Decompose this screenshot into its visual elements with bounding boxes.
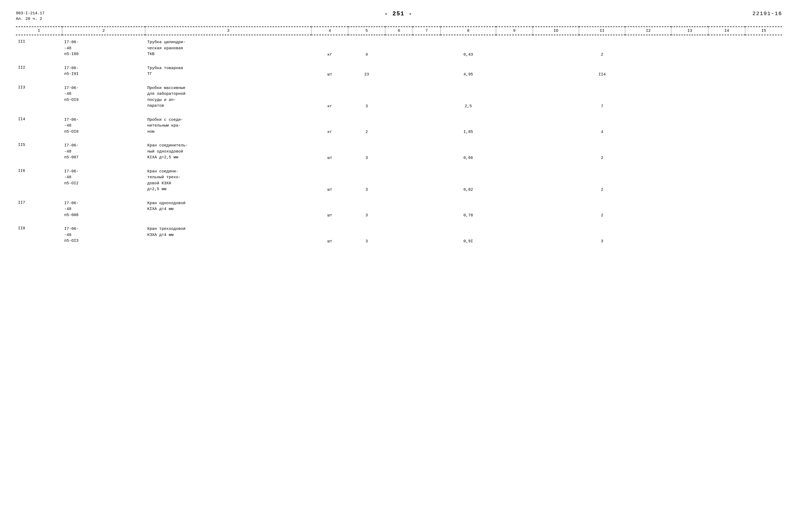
row-description: Пробки с соеди-нительным кра-ном — [145, 113, 311, 136]
header-page-number: - 251 - — [384, 11, 412, 17]
row-col14 — [708, 113, 745, 136]
col-header-6: 6 — [385, 27, 413, 35]
row-value: 0,82 — [440, 165, 496, 194]
row-col15 — [745, 138, 782, 162]
row-quantity: 2 — [348, 113, 385, 136]
col-header-5: 5 — [348, 27, 385, 35]
row-code: I7-06--48п5-007 — [62, 138, 145, 162]
row-unit: шт — [311, 196, 348, 220]
row-col13 — [671, 196, 708, 220]
row-col7 — [413, 196, 440, 220]
row-number: III — [16, 35, 62, 58]
row-col12 — [625, 165, 671, 194]
row-col7 — [413, 35, 440, 58]
spacer-row — [16, 110, 782, 113]
row-result: 2 — [579, 138, 625, 162]
header-doc-number: 903-I-214.17 — [16, 11, 44, 16]
table-row: II7I7-06--48п5-008Кран одноходовойKIXA д… — [16, 196, 782, 220]
row-col7 — [413, 222, 440, 245]
row-col13 — [671, 35, 708, 58]
main-table: I 2 3 4 5 6 7 8 9 IO II I2 I3 I4 I5 IIII… — [16, 26, 782, 248]
row-col15 — [745, 113, 782, 136]
row-col13 — [671, 61, 708, 78]
spacer-row — [16, 162, 782, 165]
row-result: II4 — [579, 61, 625, 78]
row-col10 — [533, 196, 579, 220]
row-col10 — [533, 61, 579, 78]
row-result: 2 — [579, 196, 625, 220]
row-unit: шт — [311, 222, 348, 245]
row-quantity: 3 — [348, 222, 385, 245]
row-col9 — [496, 196, 533, 220]
row-col12 — [625, 61, 671, 78]
row-col6 — [385, 196, 413, 220]
row-col12 — [625, 138, 671, 162]
row-value: 0,43 — [440, 35, 496, 58]
col-header-9: 9 — [496, 27, 533, 35]
row-unit: шт — [311, 61, 348, 78]
col-header-4: 4 — [311, 27, 348, 35]
col-header-14: I4 — [708, 27, 745, 35]
row-code: I7-06--48п5-I80 — [62, 35, 145, 58]
col-header-13: I3 — [671, 27, 708, 35]
row-col6 — [385, 113, 413, 136]
row-quantity: 3 — [348, 81, 385, 110]
table-row: II4I7-06--48п5-OI8Пробки с соеди-нительн… — [16, 113, 782, 136]
row-col6 — [385, 222, 413, 245]
spacer-row — [16, 245, 782, 248]
col-header-1: I — [16, 27, 62, 35]
table-row: II6I7-06--48п5-OI2Кран соедини-тельный т… — [16, 165, 782, 194]
row-col12 — [625, 196, 671, 220]
row-col9 — [496, 61, 533, 78]
row-col14 — [708, 138, 745, 162]
row-quantity: 3 — [348, 165, 385, 194]
spacer-row — [16, 194, 782, 196]
table-row: II5I7-06--48п5-007Кран соединитель-ный о… — [16, 138, 782, 162]
row-code: I7-06--48п5-008 — [62, 196, 145, 220]
row-col9 — [496, 165, 533, 194]
row-code: I7-06-п5-I9I — [62, 61, 145, 78]
col-header-8: 8 — [440, 27, 496, 35]
row-description: Трубка товарнаяТГ — [145, 61, 311, 78]
row-value: 0,66 — [440, 138, 496, 162]
row-code: I7-06--48п5-OI8 — [62, 113, 145, 136]
row-col10 — [533, 113, 579, 136]
row-value: 0,78 — [440, 196, 496, 220]
row-number: II3 — [16, 81, 62, 110]
row-col13 — [671, 165, 708, 194]
row-result: 2 — [579, 165, 625, 194]
row-unit: кг — [311, 113, 348, 136]
row-col9 — [496, 113, 533, 136]
row-code: I7-06--48п5-OI2 — [62, 165, 145, 194]
row-description: Трубка цилиндри-ческая крановаяТКВ — [145, 35, 311, 58]
row-col10 — [533, 138, 579, 162]
row-unit: шт — [311, 138, 348, 162]
spacer-row — [16, 78, 782, 81]
row-col14 — [708, 35, 745, 58]
row-description: Пробки массивныедля лабораторнойпосуды и… — [145, 81, 311, 110]
row-col7 — [413, 81, 440, 110]
row-col14 — [708, 196, 745, 220]
col-header-7: 7 — [413, 27, 440, 35]
row-col10 — [533, 165, 579, 194]
row-col6 — [385, 35, 413, 58]
row-col7 — [413, 113, 440, 136]
row-number: II8 — [16, 222, 62, 245]
row-quantity: 3 — [348, 138, 385, 162]
row-result: 2 — [579, 35, 625, 58]
row-col9 — [496, 35, 533, 58]
spacer-row — [16, 136, 782, 138]
col-header-11: II — [579, 27, 625, 35]
row-col12 — [625, 222, 671, 245]
row-col13 — [671, 138, 708, 162]
row-number: II7 — [16, 196, 62, 220]
row-col13 — [671, 222, 708, 245]
row-col6 — [385, 165, 413, 194]
row-number: II4 — [16, 113, 62, 136]
row-col14 — [708, 222, 745, 245]
header-sheet-info: Ал. 20 ч. 2 — [16, 16, 44, 22]
row-col7 — [413, 138, 440, 162]
row-col15 — [745, 222, 782, 245]
row-description: Кран одноходовойKIXA д=4 мм — [145, 196, 311, 220]
row-col6 — [385, 138, 413, 162]
